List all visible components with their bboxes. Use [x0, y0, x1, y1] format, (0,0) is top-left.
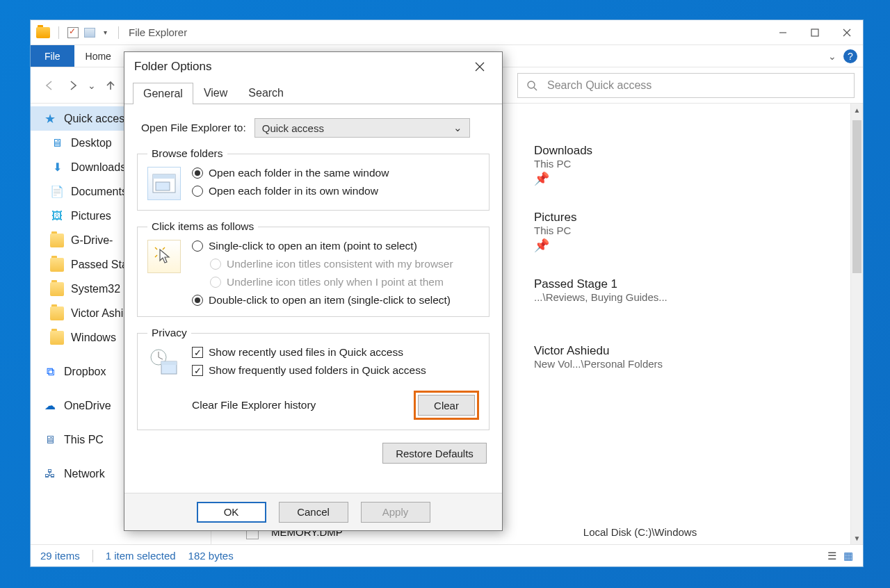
- qat-divider: [58, 26, 59, 39]
- radio-single-click[interactable]: Single-click to open an item (point to s…: [192, 240, 453, 252]
- checkbox-icon: [192, 347, 203, 358]
- app-title: File Explorer: [122, 26, 187, 38]
- clear-button-highlight: Clear: [414, 391, 479, 420]
- tab-view[interactable]: View: [193, 82, 238, 104]
- open-explorer-label: Open File Explorer to:: [141, 122, 246, 134]
- radio-icon: [192, 295, 203, 306]
- document-icon: 📄: [50, 185, 64, 199]
- qat-customize-caret[interactable]: ▾: [101, 28, 110, 36]
- radio-double-click[interactable]: Double-click to open an item (single-cli…: [192, 294, 453, 307]
- click-items-group: Click items as follows Single-click to o…: [137, 220, 490, 317]
- tab-search[interactable]: Search: [238, 82, 294, 104]
- folder-icon: [50, 282, 64, 296]
- radio-icon: [210, 277, 221, 288]
- browse-folders-icon: [147, 167, 181, 200]
- svg-rect-15: [161, 361, 177, 365]
- vertical-scrollbar[interactable]: ▲ ▼: [850, 104, 863, 544]
- radio-underline-point: Underline icon titles only when I point …: [210, 276, 453, 288]
- scroll-up-icon[interactable]: ▲: [851, 104, 863, 116]
- radio-underline-browser: Underline icon titles consistent with my…: [210, 258, 453, 270]
- folder-icon: [50, 331, 64, 345]
- browse-legend: Browse folders: [147, 147, 227, 160]
- checkbox-icon: [192, 365, 203, 376]
- up-button[interactable]: [100, 75, 121, 96]
- svg-rect-10: [156, 182, 170, 190]
- folder-icon: [50, 307, 64, 320]
- radio-same-window[interactable]: Open each folder in the same window: [192, 167, 389, 179]
- pictures-icon: 🖼: [50, 209, 64, 223]
- pin-icon: 📌: [534, 238, 576, 253]
- svg-line-5: [534, 88, 537, 90]
- back-button[interactable]: [39, 75, 60, 96]
- dialog-button-row: OK Cancel Apply: [124, 493, 502, 530]
- privacy-icon: [147, 346, 181, 379]
- status-bar: 29 items 1 item selected 182 bytes ☰ ▦: [31, 544, 863, 566]
- radio-icon: [192, 240, 203, 252]
- svg-rect-1: [811, 29, 818, 36]
- privacy-group: Privacy Show recently used files in Quic…: [137, 327, 490, 430]
- folder-icon: [50, 258, 64, 272]
- clear-button[interactable]: Clear: [418, 395, 475, 416]
- download-icon: ⬇: [50, 161, 64, 174]
- tile-downloads[interactable]: Downloads This PC 📌: [534, 144, 592, 186]
- properties-icon[interactable]: [67, 27, 79, 38]
- ok-button[interactable]: OK: [197, 502, 266, 523]
- tile-pictures[interactable]: Pictures This PC 📌: [534, 211, 576, 253]
- folder-options-dialog: Folder Options General View Search Open …: [124, 51, 503, 531]
- restore-defaults-button[interactable]: Restore Defaults: [382, 443, 487, 464]
- thispc-icon: 🖥: [43, 433, 57, 447]
- cancel-button[interactable]: Cancel: [279, 502, 348, 523]
- dialog-body: Open File Explorer to: Quick access ⌄ Br…: [124, 104, 502, 493]
- maximize-button[interactable]: [799, 22, 831, 44]
- details-view-icon[interactable]: ☰: [827, 550, 836, 562]
- window-controls: [767, 22, 863, 44]
- dialog-title: Folder Options: [134, 60, 212, 74]
- star-icon: ★: [43, 112, 57, 126]
- radio-icon: [192, 168, 203, 179]
- tile-passed[interactable]: Passed Stage 1 ...\Reviews, Buying Guide…: [534, 277, 668, 303]
- svg-rect-9: [153, 174, 175, 179]
- ribbon-expand-icon[interactable]: ⌄: [821, 45, 843, 67]
- dialog-tabs: General View Search: [124, 81, 502, 104]
- chevron-down-icon: ⌄: [453, 122, 462, 134]
- pin-icon: 📌: [534, 171, 592, 186]
- close-icon: [475, 62, 485, 72]
- browse-folders-group: Browse folders Open each folder in the s…: [137, 147, 490, 211]
- radio-icon: [210, 259, 221, 270]
- onedrive-icon: ☁: [43, 399, 57, 413]
- check-frequent-folders[interactable]: Show frequently used folders in Quick ac…: [192, 364, 479, 377]
- privacy-legend: Privacy: [147, 327, 191, 339]
- search-box[interactable]: Search Quick access: [517, 73, 855, 98]
- search-placeholder: Search Quick access: [547, 79, 652, 92]
- desktop-icon: 🖥: [50, 136, 64, 150]
- app-folder-icon: [36, 27, 50, 38]
- tile-victor[interactable]: Victor Ashiedu New Vol...\Personal Folde…: [534, 344, 663, 370]
- titlebar: ▾ File Explorer: [31, 20, 863, 45]
- dialog-titlebar: Folder Options: [124, 52, 502, 81]
- recent-locations-caret[interactable]: ⌄: [86, 75, 97, 96]
- minimize-button[interactable]: [767, 22, 799, 44]
- ribbon-home-tab[interactable]: Home: [74, 45, 122, 67]
- check-recent-files[interactable]: Show recently used files in Quick access: [192, 346, 479, 359]
- search-icon: [526, 80, 537, 91]
- dialog-close-button[interactable]: [467, 54, 492, 79]
- newfolder-icon[interactable]: [84, 28, 95, 38]
- dropbox-icon: ⧉: [43, 365, 57, 379]
- network-icon: 🖧: [43, 467, 57, 481]
- scroll-thumb[interactable]: [852, 120, 861, 273]
- forward-button[interactable]: [63, 75, 83, 96]
- scroll-down-icon[interactable]: ▼: [851, 532, 863, 544]
- radio-own-window[interactable]: Open each folder in its own window: [192, 185, 389, 197]
- open-explorer-combo[interactable]: Quick access ⌄: [254, 118, 470, 138]
- large-icons-view-icon[interactable]: ▦: [843, 550, 853, 562]
- folder-icon: [50, 234, 64, 247]
- apply-button[interactable]: Apply: [361, 502, 430, 523]
- status-item-count: 29 items: [40, 550, 80, 562]
- help-icon[interactable]: ?: [843, 49, 857, 63]
- svg-point-4: [528, 81, 535, 88]
- tab-general[interactable]: General: [133, 83, 193, 104]
- radio-icon: [192, 186, 203, 197]
- ribbon-file-tab[interactable]: File: [31, 45, 74, 67]
- click-legend: Click items as follows: [147, 220, 258, 233]
- close-button[interactable]: [831, 22, 863, 44]
